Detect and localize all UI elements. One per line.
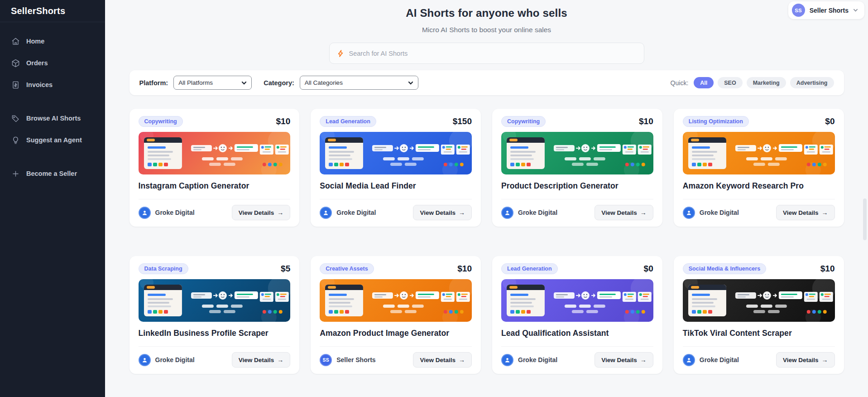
card-header: Lead Generation $150 bbox=[320, 116, 472, 127]
sidebar-item-label: Orders bbox=[26, 59, 48, 67]
product-card[interactable]: Copywriting $10 bbox=[129, 109, 300, 227]
seller-avatar bbox=[139, 354, 151, 366]
arrow-right-icon: → bbox=[822, 209, 828, 216]
category-badge: Lead Generation bbox=[320, 116, 376, 127]
view-details-button[interactable]: View Details → bbox=[232, 352, 291, 368]
platform-select[interactable]: All Platforms bbox=[173, 76, 252, 90]
sidebar-item-orders[interactable]: Orders bbox=[0, 54, 105, 72]
price-label: $0 bbox=[644, 264, 653, 274]
card-header: Creative Assets $10 bbox=[320, 263, 472, 274]
quick-filter-advertising[interactable]: Advertising bbox=[790, 77, 834, 88]
quick-filter-label: Quick: bbox=[671, 79, 689, 87]
card-footer: Groke Digital View Details → bbox=[139, 346, 291, 368]
card-footer: Groke Digital View Details → bbox=[501, 199, 653, 220]
card-thumbnail bbox=[320, 279, 472, 322]
view-details-button[interactable]: View Details → bbox=[776, 352, 835, 368]
cards-grid: Copywriting $10 bbox=[129, 109, 844, 374]
quick-filter-all[interactable]: All bbox=[694, 77, 714, 88]
card-thumbnail bbox=[320, 132, 472, 174]
arrow-right-icon: → bbox=[640, 356, 647, 363]
product-card[interactable]: Data Scraping $5 bbox=[129, 256, 300, 374]
category-select[interactable]: All Categories bbox=[300, 76, 418, 90]
sidebar-item-browse-ai-shorts[interactable]: Browse AI Shorts bbox=[0, 109, 105, 127]
sidebar-item-suggest-agent[interactable]: Suggest an Agent bbox=[0, 131, 105, 149]
nav-divider-gap bbox=[0, 97, 105, 109]
view-details-button[interactable]: View Details → bbox=[595, 205, 653, 220]
sidebar-item-home[interactable]: Home bbox=[0, 32, 105, 50]
view-details-button[interactable]: View Details → bbox=[595, 352, 653, 368]
card-header: Data Scraping $5 bbox=[139, 263, 291, 274]
seller-name: Groke Digital bbox=[155, 356, 195, 363]
card-footer: Groke Digital View Details → bbox=[683, 346, 835, 368]
person-icon bbox=[141, 209, 148, 216]
avatar-initials: SS bbox=[322, 357, 329, 363]
card-title: Amazon Keyword Research Pro bbox=[683, 181, 835, 191]
thumbnail-illustration bbox=[683, 279, 835, 322]
card-thumbnail bbox=[683, 132, 835, 174]
product-card[interactable]: Copywriting $10 bbox=[492, 109, 662, 227]
product-card[interactable]: Lead Generation $0 bbox=[492, 256, 662, 374]
thumbnail-illustration bbox=[501, 279, 653, 322]
card-header: Lead Generation $0 bbox=[501, 263, 653, 274]
seller-avatar bbox=[683, 207, 695, 219]
tag-icon bbox=[11, 114, 20, 123]
product-card[interactable]: Social Media & Influencers $10 bbox=[674, 256, 844, 374]
search-input[interactable] bbox=[349, 50, 637, 57]
sidebar-item-label: Browse AI Shorts bbox=[26, 115, 81, 122]
card-header: Listing Optimization $0 bbox=[683, 116, 835, 127]
arrow-right-icon: → bbox=[277, 356, 283, 363]
seller-name: Seller Shorts bbox=[336, 356, 375, 363]
person-icon bbox=[504, 357, 511, 363]
thumbnail-illustration bbox=[139, 279, 291, 322]
card-title: Amazon Product Image Generator bbox=[320, 329, 472, 338]
thumbnail-illustration bbox=[501, 132, 653, 174]
lightning-icon bbox=[337, 50, 344, 57]
price-label: $10 bbox=[276, 116, 291, 126]
nav-divider-gap bbox=[0, 153, 105, 165]
person-icon bbox=[141, 357, 148, 363]
main-content: SS Seller Shorts AI Shorts for anyone wh… bbox=[105, 0, 868, 397]
filter-bar: Platform: All Platforms Category: All Ca… bbox=[129, 70, 844, 95]
sidebar-item-label: Suggest an Agent bbox=[26, 136, 82, 144]
person-icon bbox=[504, 209, 511, 216]
view-details-label: View Details bbox=[783, 209, 819, 216]
product-card[interactable]: Creative Assets $10 bbox=[311, 256, 481, 374]
seller-name: Groke Digital bbox=[518, 356, 557, 363]
quick-filter-group: Quick: All SEO Marketing Advertising bbox=[671, 77, 834, 88]
page-subtitle: Micro AI Shorts to boost your online sal… bbox=[105, 26, 868, 34]
category-badge: Lead Generation bbox=[501, 263, 558, 274]
sidebar-item-invoices[interactable]: Invoices bbox=[0, 76, 105, 94]
chevron-down-icon bbox=[853, 8, 858, 13]
card-title: Instagram Caption Generator bbox=[139, 181, 291, 191]
person-icon bbox=[322, 209, 329, 216]
app-logo[interactable]: SellerShorts bbox=[0, 0, 105, 22]
quick-filter-marketing[interactable]: Marketing bbox=[747, 77, 786, 88]
view-details-button[interactable]: View Details → bbox=[413, 205, 472, 220]
search-bar[interactable] bbox=[329, 43, 644, 64]
view-details-button[interactable]: View Details → bbox=[413, 352, 472, 368]
card-header: Copywriting $10 bbox=[501, 116, 653, 127]
category-badge: Copywriting bbox=[501, 116, 546, 127]
view-details-button[interactable]: View Details → bbox=[776, 205, 835, 220]
view-details-button[interactable]: View Details → bbox=[232, 205, 291, 220]
arrow-right-icon: → bbox=[640, 209, 647, 216]
category-badge: Creative Assets bbox=[320, 263, 374, 274]
product-card[interactable]: Lead Generation $150 bbox=[311, 109, 481, 227]
account-avatar: SS bbox=[792, 4, 805, 17]
view-details-label: View Details bbox=[783, 357, 819, 363]
seller-name: Groke Digital bbox=[700, 356, 739, 363]
thumbnail-illustration bbox=[320, 132, 472, 174]
sidebar-item-become-seller[interactable]: Become a Seller bbox=[0, 165, 105, 183]
account-menu[interactable]: SS Seller Shorts bbox=[788, 1, 864, 19]
product-card[interactable]: Listing Optimization $0 bbox=[674, 109, 844, 227]
platform-select-value: All Platforms bbox=[178, 79, 213, 86]
price-label: $0 bbox=[825, 116, 834, 126]
card-title: Social Media Lead Finder bbox=[320, 181, 472, 191]
scrollbar[interactable] bbox=[863, 198, 867, 240]
price-label: $10 bbox=[639, 116, 653, 126]
quick-filter-seo[interactable]: SEO bbox=[718, 77, 742, 88]
card-title: Lead Qualification Assistant bbox=[501, 329, 653, 338]
thumbnail-illustration bbox=[683, 132, 835, 174]
price-label: $150 bbox=[453, 116, 472, 126]
orders-icon bbox=[11, 58, 20, 68]
